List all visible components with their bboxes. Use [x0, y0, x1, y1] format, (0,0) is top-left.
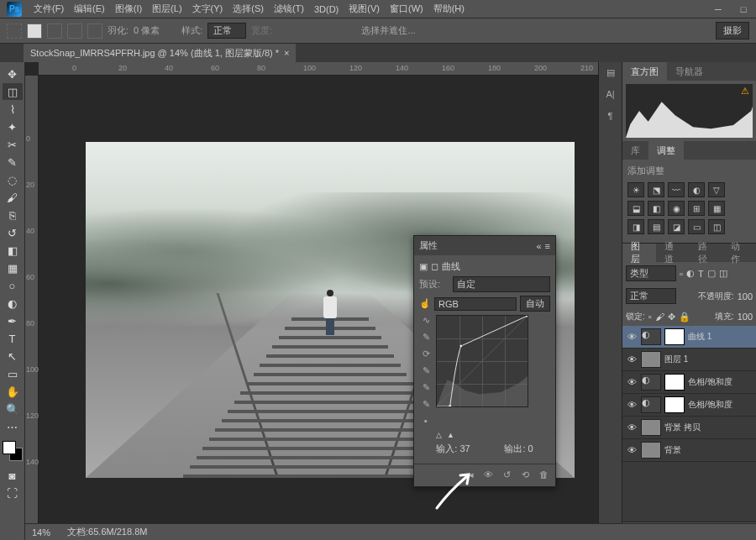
filter-pixel-icon[interactable]: ▫: [680, 269, 683, 279]
reset-default-icon[interactable]: ⟲: [518, 469, 532, 481]
layer-visibility-icon[interactable]: 👁: [626, 377, 638, 387]
selection-subtract-icon[interactable]: [67, 24, 82, 39]
document-tab[interactable]: StockSnap_IMRRS4PFRH.jpg @ 14% (曲线 1, 图层…: [24, 44, 296, 62]
brush-tool[interactable]: 🖌: [3, 189, 23, 206]
character-panel-icon[interactable]: A|: [603, 89, 618, 102]
layer-name-label[interactable]: 曲线 1: [688, 331, 753, 343]
layer-row[interactable]: 👁◐色相/饱和度: [622, 394, 756, 417]
opacity-value[interactable]: 100: [738, 291, 753, 301]
adj-exposure-icon[interactable]: ◐: [688, 182, 705, 197]
adj-invert-icon[interactable]: ◨: [627, 219, 644, 234]
quick-mask-toggle[interactable]: ◙: [3, 467, 23, 484]
filter-type-icon[interactable]: T: [698, 269, 704, 279]
menu-help[interactable]: 帮助(H): [428, 3, 470, 15]
document-info[interactable]: 文档:65.6M/218.8M: [67, 526, 147, 538]
menu-image[interactable]: 图像(I): [110, 3, 147, 15]
mask-icon[interactable]: ◻: [431, 261, 438, 272]
close-tab-icon[interactable]: ×: [284, 48, 289, 58]
history-panel-icon[interactable]: ▤: [603, 67, 618, 81]
reset-previous-icon[interactable]: ↺: [500, 469, 513, 481]
rectangle-tool[interactable]: ▭: [3, 365, 23, 382]
adj-brightness-icon[interactable]: ☀: [627, 182, 644, 197]
layer-name-label[interactable]: 色相/饱和度: [688, 399, 753, 411]
layer-row[interactable]: 👁背景 拷贝: [622, 417, 756, 439]
curve-draw-tool-icon[interactable]: ✎: [419, 332, 433, 345]
filter-shape-icon[interactable]: ▢: [707, 268, 716, 279]
target-adjust-icon[interactable]: ☝: [419, 298, 431, 309]
layer-mask-thumb[interactable]: [664, 328, 685, 345]
style-select[interactable]: 正常: [207, 23, 246, 39]
layer-visibility-icon[interactable]: 👁: [626, 332, 638, 342]
tab-actions[interactable]: 动作: [722, 244, 756, 262]
move-tool[interactable]: ✥: [3, 66, 23, 82]
curve-point-tool-icon[interactable]: ∿: [419, 315, 433, 328]
eraser-tool[interactable]: ◧: [3, 242, 23, 259]
layer-row[interactable]: 👁图层 1: [622, 349, 756, 371]
output-value[interactable]: 0: [528, 443, 533, 453]
history-brush-tool[interactable]: ↺: [3, 224, 23, 241]
tab-channels[interactable]: 通道: [656, 244, 690, 262]
adj-vibrance-icon[interactable]: ▽: [708, 182, 725, 197]
layer-mask-thumb[interactable]: [664, 396, 685, 413]
layer-visibility-icon[interactable]: 👁: [626, 400, 638, 410]
lock-position-icon[interactable]: ✥: [668, 312, 675, 322]
layer-name-label[interactable]: 色相/饱和度: [688, 376, 753, 388]
adj-curves-icon[interactable]: 〰: [668, 182, 685, 197]
tab-histogram[interactable]: 直方图: [622, 62, 667, 81]
tab-adjustments[interactable]: 调整: [648, 141, 684, 160]
clone-stamp-tool[interactable]: ⎘: [3, 207, 23, 223]
filter-adjust-icon[interactable]: ◐: [686, 268, 695, 279]
layer-name-label[interactable]: 图层 1: [664, 354, 753, 365]
eyedropper-white-icon[interactable]: ✎: [419, 399, 433, 412]
channel-select[interactable]: RGB: [434, 297, 517, 311]
preset-select[interactable]: 自定: [453, 276, 550, 292]
toggle-visibility-icon[interactable]: 👁: [481, 469, 495, 481]
path-select-tool[interactable]: ↖: [3, 348, 23, 364]
layer-visibility-icon[interactable]: 👁: [626, 422, 638, 433]
collapse-panel-icon[interactable]: «: [536, 241, 541, 251]
pen-tool[interactable]: ✒: [3, 312, 23, 329]
marquee-tool-icon[interactable]: [7, 24, 22, 39]
magic-wand-tool[interactable]: ✦: [3, 118, 23, 135]
layer-filter-kind[interactable]: 类型: [626, 265, 676, 281]
curve-smooth-icon[interactable]: ⟳: [419, 349, 433, 362]
feather-value[interactable]: 0 像素: [134, 24, 160, 37]
crop-tool[interactable]: ✂: [3, 136, 23, 153]
adj-threshold-icon[interactable]: ◪: [668, 219, 685, 234]
lock-all-icon[interactable]: 🔒: [679, 312, 690, 322]
adj-hue-icon[interactable]: ⬓: [627, 201, 644, 216]
layer-visibility-icon[interactable]: 👁: [626, 445, 638, 455]
color-swatches[interactable]: [3, 441, 23, 461]
adj-channel-mixer-icon[interactable]: ⊞: [688, 201, 705, 216]
tab-library[interactable]: 库: [622, 141, 648, 160]
maximize-button[interactable]: □: [731, 1, 756, 18]
layer-mask-thumb[interactable]: [664, 374, 685, 391]
layer-row[interactable]: 👁背景: [622, 439, 756, 462]
adj-bw-icon[interactable]: ◧: [648, 201, 664, 216]
spot-heal-tool[interactable]: ◌: [3, 171, 23, 188]
delete-adjustment-icon[interactable]: 🗑: [537, 469, 550, 481]
screen-mode-toggle[interactable]: ⛶: [3, 485, 23, 501]
tab-navigator[interactable]: 导航器: [667, 62, 711, 81]
gradient-tool[interactable]: ▦: [3, 260, 23, 276]
layer-visibility-icon[interactable]: 👁: [626, 354, 638, 364]
menu-file[interactable]: 文件(F): [29, 3, 69, 15]
selection-add-icon[interactable]: [47, 24, 62, 39]
adj-selective-color-icon[interactable]: ◫: [708, 219, 725, 234]
adj-levels-icon[interactable]: ⬔: [648, 182, 664, 197]
filter-smart-icon[interactable]: ◫: [719, 268, 727, 279]
menu-type[interactable]: 文字(Y): [187, 3, 228, 15]
workspace-switcher[interactable]: 摄影: [716, 22, 749, 39]
adj-photo-filter-icon[interactable]: ◉: [668, 201, 685, 216]
adj-posterize-icon[interactable]: ▤: [648, 219, 664, 234]
tab-paths[interactable]: 路径: [690, 244, 723, 262]
zoom-tool[interactable]: 🔍: [3, 401, 23, 417]
menu-layer[interactable]: 图层(L): [147, 3, 186, 15]
lasso-tool[interactable]: ⌇: [3, 101, 23, 118]
menu-3d[interactable]: 3D(D): [309, 4, 344, 14]
adj-color-lookup-icon[interactable]: ▦: [708, 201, 725, 216]
dodge-tool[interactable]: ◐: [3, 295, 23, 312]
input-value[interactable]: 37: [459, 443, 470, 453]
histogram-warning-icon[interactable]: ⚠: [741, 86, 749, 97]
tab-layers[interactable]: 图层: [622, 244, 656, 262]
